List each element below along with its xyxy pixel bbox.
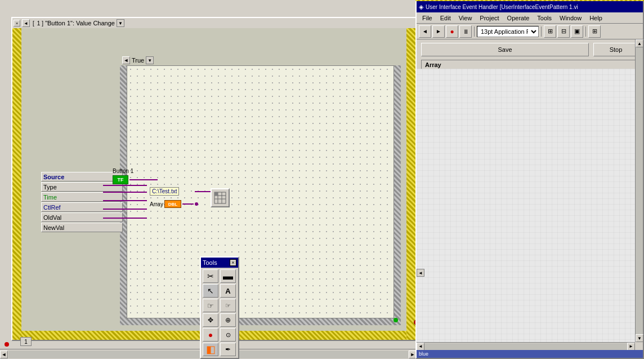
save-button[interactable]: Save	[421, 43, 589, 56]
action-buttons: Save Stop	[417, 39, 643, 60]
tool-text[interactable]: A	[220, 284, 236, 298]
tb-forward-btn[interactable]: ►	[432, 25, 445, 38]
main-canvas: × ◄ [ 1 ] "Button 1": Value Change ▼ ◄ T…	[0, 0, 417, 359]
button1-label: Button 1	[113, 168, 158, 174]
inner-true-label: True	[132, 57, 144, 64]
right-vscrollbar: ▲ ▼	[635, 39, 643, 342]
tool-rect[interactable]: ▬	[220, 269, 236, 283]
event-item-ctlref: CtlRef	[41, 202, 123, 212]
tb-sep1	[474, 26, 475, 37]
toolbar: ◄ ► ● ⏸ 13pt Application Font ⊞ ⊟ ▣ ⊞	[417, 24, 643, 39]
tool-eyedrop[interactable]: ✒	[220, 343, 236, 356]
stop-button[interactable]: Stop	[593, 43, 638, 56]
menu-edit[interactable]: Edit	[437, 14, 454, 23]
wire-source	[103, 185, 147, 186]
array-panel-header: Array	[422, 60, 638, 69]
close-button[interactable]: ×	[14, 20, 20, 26]
vscroll-down-btn[interactable]: ▼	[636, 334, 643, 342]
tool-probe[interactable]: ⊙	[220, 328, 236, 342]
nav-left-button[interactable]: ◄	[22, 19, 30, 27]
right-grid-area	[417, 69, 635, 342]
tb-extra1[interactable]: ⊞	[588, 25, 601, 38]
tb-sep2	[541, 26, 542, 37]
nav-index: 1	[37, 20, 41, 26]
inner-nav-left[interactable]: ◄	[122, 56, 130, 64]
right-panel: ◈ User Interface Event Handler [UserInte…	[415, 0, 644, 359]
bottom-num: 1	[20, 337, 32, 346]
menu-bar: File Edit View Project Operate Tools Win…	[417, 12, 643, 24]
menu-tools[interactable]: Tools	[534, 14, 555, 23]
right-title-icon: ◈	[419, 3, 423, 11]
event-panel: Source Type Time CtlRef OldVal NewVal	[41, 172, 123, 232]
wire-type	[103, 192, 147, 193]
svg-rect-5	[214, 192, 218, 196]
array-node: Array DBL	[150, 200, 198, 208]
green-corner-dot	[393, 318, 398, 322]
menu-file[interactable]: File	[419, 14, 436, 23]
tool-connect[interactable]: ☞	[220, 299, 236, 312]
tb-back-btn[interactable]: ◄	[419, 25, 431, 38]
font-select[interactable]: 13pt Application Font	[477, 26, 539, 37]
array-label: Array	[150, 201, 163, 207]
tb-sep3	[585, 26, 586, 37]
wire-filepath	[195, 191, 212, 192]
array-type: DBL	[164, 200, 181, 208]
blue-bar-label: blue	[417, 351, 431, 357]
hscroll-left-btn[interactable]: ◄	[417, 343, 424, 351]
tools-title: Tools	[203, 259, 217, 266]
button1-node: Button 1 TF	[113, 168, 158, 184]
tools-close-btn[interactable]: ×	[230, 259, 236, 266]
wire-oldval	[103, 209, 147, 210]
right-title-text: User Interface Event Handler [UserInterf…	[426, 4, 578, 10]
tool-cursor[interactable]: ↖	[203, 284, 218, 298]
top-hatch-strip	[415, 0, 644, 1]
tool-scissors[interactable]: ✂	[203, 269, 218, 283]
event-item-newval: NewVal	[41, 223, 123, 232]
inner-dropdown[interactable]: ▼	[146, 56, 154, 64]
vscroll-up-btn[interactable]: ▲	[636, 39, 643, 47]
tb-more-btn[interactable]: ▣	[571, 25, 583, 38]
scrollbar-left-btn[interactable]: ◄	[0, 351, 8, 358]
red-indicator	[5, 342, 9, 347]
tool-zoom[interactable]: ⊕	[220, 313, 236, 327]
right-title-bar: ◈ User Interface Event Handler [UserInte…	[417, 1, 643, 12]
event-label: "Button 1": Value Change	[45, 20, 115, 26]
tb-run-btn[interactable]: ●	[446, 25, 458, 38]
right-hscrollbar: ◄ ►	[417, 342, 635, 350]
wire-newval	[103, 218, 147, 219]
tb-align-btn[interactable]: ⊞	[544, 25, 556, 38]
menu-operate[interactable]: Operate	[504, 14, 533, 23]
tb-distribute-btn[interactable]: ⊟	[557, 25, 570, 38]
tools-panel: Tools × ✂ ▬ ↖ A ☞ ☞ ✥ ⊕ ● ⊙ ◧ ✒	[200, 256, 239, 359]
tools-grid: ✂ ▬ ↖ A ☞ ☞ ✥ ⊕ ● ⊙ ◧ ✒	[201, 268, 238, 358]
tool-scroll[interactable]: ✥	[203, 313, 218, 327]
filepath-node: C:\Test.txt	[150, 187, 179, 196]
right-left-nav[interactable]: ◄	[417, 269, 424, 277]
tool-breakpoint[interactable]: ●	[203, 328, 218, 342]
hscroll-right-btn[interactable]: ►	[627, 343, 635, 351]
table-node	[211, 188, 230, 207]
wire-ctlref	[103, 200, 147, 201]
menu-window[interactable]: Window	[556, 14, 585, 23]
button1-value: TF	[113, 175, 128, 184]
menu-help[interactable]: Help	[586, 14, 606, 23]
menu-project[interactable]: Project	[476, 14, 502, 23]
tool-hand[interactable]: ☞	[203, 299, 218, 312]
vscroll-track[interactable]	[636, 47, 643, 334]
menu-view[interactable]: View	[455, 14, 476, 23]
hscroll-track[interactable]	[424, 343, 627, 350]
tools-title-bar: Tools ×	[201, 258, 238, 268]
event-item-type: Type	[41, 182, 123, 192]
event-item-source: Source	[41, 172, 123, 181]
tb-pause-btn[interactable]: ⏸	[459, 25, 472, 38]
event-dropdown[interactable]: ▼	[117, 19, 124, 27]
tool-colorfill[interactable]: ◧	[203, 343, 218, 356]
blue-bar: blue	[417, 350, 643, 358]
